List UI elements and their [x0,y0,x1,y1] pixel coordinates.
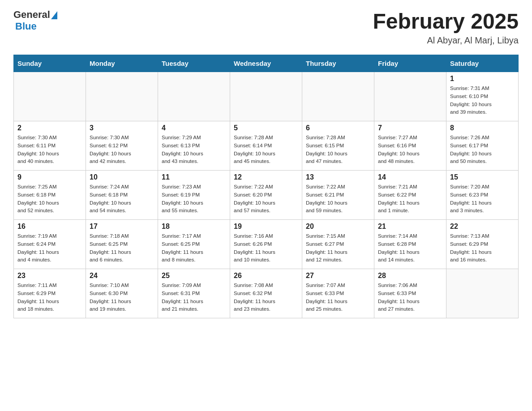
day-info: Sunrise: 7:21 AM Sunset: 6:22 PM Dayligh… [378,183,442,215]
calendar-day-cell: 3Sunrise: 7:30 AM Sunset: 6:12 PM Daylig… [86,121,158,171]
calendar-day-cell: 6Sunrise: 7:28 AM Sunset: 6:15 PM Daylig… [302,121,374,171]
day-info: Sunrise: 7:09 AM Sunset: 6:31 PM Dayligh… [162,282,226,313]
day-info: Sunrise: 7:10 AM Sunset: 6:30 PM Dayligh… [90,282,154,313]
day-info: Sunrise: 7:15 AM Sunset: 6:27 PM Dayligh… [306,232,370,264]
calendar-day-cell: 1Sunrise: 7:31 AM Sunset: 6:10 PM Daylig… [446,72,519,121]
logo-triangle-icon [51,11,57,19]
day-number: 6 [306,124,370,132]
calendar-day-cell: 11Sunrise: 7:23 AM Sunset: 6:19 PM Dayli… [158,171,230,220]
day-number: 7 [378,124,442,132]
day-info: Sunrise: 7:20 AM Sunset: 6:23 PM Dayligh… [450,183,515,215]
logo: General Blue [13,9,57,32]
calendar-week-row: 2Sunrise: 7:30 AM Sunset: 6:11 PM Daylig… [14,121,519,171]
day-number: 26 [234,272,298,280]
day-info: Sunrise: 7:23 AM Sunset: 6:19 PM Dayligh… [162,183,226,215]
day-info: Sunrise: 7:14 AM Sunset: 6:28 PM Dayligh… [378,232,442,264]
calendar-day-cell: 18Sunrise: 7:17 AM Sunset: 6:25 PM Dayli… [158,220,230,269]
calendar-day-cell: 27Sunrise: 7:07 AM Sunset: 6:33 PM Dayli… [302,269,374,318]
day-number: 10 [90,173,154,181]
day-info: Sunrise: 7:22 AM Sunset: 6:20 PM Dayligh… [234,183,298,215]
day-info: Sunrise: 7:28 AM Sunset: 6:15 PM Dayligh… [306,134,370,166]
calendar-day-cell [158,72,230,121]
day-number: 22 [450,223,515,231]
title-section: February 2025 Al Abyar, Al Marj, Libya [373,9,519,46]
weekday-header-row: SundayMondayTuesdayWednesdayThursdayFrid… [14,55,519,72]
day-info: Sunrise: 7:11 AM Sunset: 6:29 PM Dayligh… [17,282,82,313]
day-info: Sunrise: 7:22 AM Sunset: 6:21 PM Dayligh… [306,183,370,215]
day-info: Sunrise: 7:24 AM Sunset: 6:18 PM Dayligh… [90,183,154,215]
day-info: Sunrise: 7:16 AM Sunset: 6:26 PM Dayligh… [234,232,298,264]
day-number: 27 [306,272,370,280]
calendar-day-cell: 16Sunrise: 7:19 AM Sunset: 6:24 PM Dayli… [14,220,86,269]
location-title: Al Abyar, Al Marj, Libya [373,35,519,46]
day-number: 25 [162,272,226,280]
calendar-day-cell [230,72,302,121]
day-number: 24 [90,272,154,280]
day-number: 17 [90,223,154,231]
weekday-header-tuesday: Tuesday [158,55,230,72]
calendar-body: 1Sunrise: 7:31 AM Sunset: 6:10 PM Daylig… [14,72,519,318]
day-info: Sunrise: 7:17 AM Sunset: 6:25 PM Dayligh… [162,232,226,264]
calendar-day-cell: 4Sunrise: 7:29 AM Sunset: 6:13 PM Daylig… [158,121,230,171]
weekday-header-thursday: Thursday [302,55,374,72]
day-number: 9 [17,173,82,181]
weekday-header-saturday: Saturday [446,55,519,72]
day-number: 28 [378,272,442,280]
calendar-day-cell: 9Sunrise: 7:25 AM Sunset: 6:18 PM Daylig… [14,171,86,220]
calendar-week-row: 16Sunrise: 7:19 AM Sunset: 6:24 PM Dayli… [14,220,519,269]
day-number: 19 [234,223,298,231]
day-number: 11 [162,173,226,181]
page-header: General Blue February 2025 Al Abyar, Al … [13,9,519,46]
day-number: 23 [17,272,82,280]
calendar-day-cell: 21Sunrise: 7:14 AM Sunset: 6:28 PM Dayli… [374,220,446,269]
day-number: 12 [234,173,298,181]
day-info: Sunrise: 7:13 AM Sunset: 6:29 PM Dayligh… [450,232,515,264]
day-info: Sunrise: 7:26 AM Sunset: 6:17 PM Dayligh… [450,134,515,166]
day-number: 1 [450,75,515,83]
day-info: Sunrise: 7:27 AM Sunset: 6:16 PM Dayligh… [378,134,442,166]
calendar-day-cell: 22Sunrise: 7:13 AM Sunset: 6:29 PM Dayli… [446,220,519,269]
calendar-day-cell: 7Sunrise: 7:27 AM Sunset: 6:16 PM Daylig… [374,121,446,171]
calendar-header: SundayMondayTuesdayWednesdayThursdayFrid… [14,55,519,72]
calendar-day-cell [374,72,446,121]
day-number: 8 [450,124,515,132]
calendar-day-cell [446,269,519,318]
calendar-day-cell: 20Sunrise: 7:15 AM Sunset: 6:27 PM Dayli… [302,220,374,269]
month-title: February 2025 [373,9,519,34]
calendar-day-cell: 26Sunrise: 7:08 AM Sunset: 6:32 PM Dayli… [230,269,302,318]
day-info: Sunrise: 7:06 AM Sunset: 6:33 PM Dayligh… [378,282,442,313]
day-number: 13 [306,173,370,181]
day-info: Sunrise: 7:25 AM Sunset: 6:18 PM Dayligh… [17,183,82,215]
day-info: Sunrise: 7:08 AM Sunset: 6:32 PM Dayligh… [234,282,298,313]
calendar-day-cell [302,72,374,121]
calendar-day-cell [86,72,158,121]
calendar-week-row: 23Sunrise: 7:11 AM Sunset: 6:29 PM Dayli… [14,269,519,318]
day-number: 20 [306,223,370,231]
weekday-header-friday: Friday [374,55,446,72]
calendar-day-cell: 10Sunrise: 7:24 AM Sunset: 6:18 PM Dayli… [86,171,158,220]
calendar-day-cell: 25Sunrise: 7:09 AM Sunset: 6:31 PM Dayli… [158,269,230,318]
calendar-day-cell: 15Sunrise: 7:20 AM Sunset: 6:23 PM Dayli… [446,171,519,220]
weekday-header-sunday: Sunday [14,55,86,72]
calendar-day-cell: 28Sunrise: 7:06 AM Sunset: 6:33 PM Dayli… [374,269,446,318]
logo-blue-text: Blue [15,21,37,32]
calendar-day-cell: 19Sunrise: 7:16 AM Sunset: 6:26 PM Dayli… [230,220,302,269]
day-number: 15 [450,173,515,181]
logo-general-text: General [13,9,50,21]
calendar-day-cell: 14Sunrise: 7:21 AM Sunset: 6:22 PM Dayli… [374,171,446,220]
calendar-day-cell: 12Sunrise: 7:22 AM Sunset: 6:20 PM Dayli… [230,171,302,220]
calendar-week-row: 1Sunrise: 7:31 AM Sunset: 6:10 PM Daylig… [14,72,519,121]
day-number: 21 [378,223,442,231]
day-info: Sunrise: 7:29 AM Sunset: 6:13 PM Dayligh… [162,134,226,166]
day-info: Sunrise: 7:19 AM Sunset: 6:24 PM Dayligh… [17,232,82,264]
calendar-week-row: 9Sunrise: 7:25 AM Sunset: 6:18 PM Daylig… [14,171,519,220]
weekday-header-wednesday: Wednesday [230,55,302,72]
calendar-day-cell: 24Sunrise: 7:10 AM Sunset: 6:30 PM Dayli… [86,269,158,318]
day-number: 18 [162,223,226,231]
day-info: Sunrise: 7:28 AM Sunset: 6:14 PM Dayligh… [234,134,298,166]
day-number: 5 [234,124,298,132]
day-info: Sunrise: 7:18 AM Sunset: 6:25 PM Dayligh… [90,232,154,264]
calendar-day-cell: 8Sunrise: 7:26 AM Sunset: 6:17 PM Daylig… [446,121,519,171]
calendar-day-cell: 2Sunrise: 7:30 AM Sunset: 6:11 PM Daylig… [14,121,86,171]
calendar-day-cell [14,72,86,121]
